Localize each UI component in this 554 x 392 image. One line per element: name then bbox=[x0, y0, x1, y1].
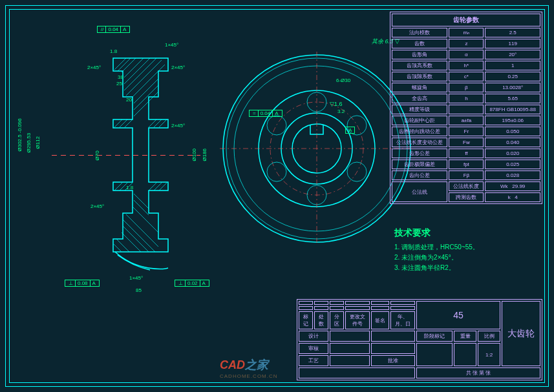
section-centerline-h bbox=[52, 155, 200, 156]
front-view bbox=[220, 52, 414, 245]
dim-k2: 1.8 bbox=[126, 185, 133, 191]
dim-d4: Ø70 bbox=[94, 150, 100, 160]
svg-line-29 bbox=[122, 232, 141, 252]
title-block: 45 大齿轮 标记处数分区 更改文件号签名年、月、日 设计 阶段标记重量比例 审… bbox=[297, 299, 542, 380]
svg-line-3 bbox=[124, 58, 144, 77]
dim-d3: Ø112 bbox=[35, 136, 41, 149]
gear-param-row: 螺旋角β13.0028° bbox=[392, 83, 540, 92]
gdt-parallel: //0.04A bbox=[97, 26, 130, 33]
svg-line-8 bbox=[134, 79, 158, 103]
svg-line-30 bbox=[116, 239, 129, 252]
gdt-perp2: ⊥0.02A bbox=[175, 280, 209, 287]
watermark: CAD之家 bbox=[220, 357, 268, 373]
gear-param-row: 公法线长度变动公差Fw0.040 bbox=[392, 138, 540, 147]
dim-d1: Ø302.5 -0.096 bbox=[17, 118, 23, 151]
gdt-sym: =0.04A bbox=[249, 110, 282, 117]
technical-requirements: 技术要求 1. 调制质处理，HRC50~55。 2. 未注倒角为2×45°。 3… bbox=[394, 226, 479, 274]
dim-c4: 1×45° bbox=[129, 275, 143, 281]
dim-k3: 3.2 bbox=[337, 108, 345, 114]
gear-param-row: 齿向公差Fβ0.028 bbox=[392, 170, 540, 180]
gear-param-row: 齿顶高系数h*1 bbox=[392, 61, 540, 70]
svg-point-41 bbox=[347, 162, 367, 181]
datum-a: A bbox=[345, 127, 355, 134]
svg-line-9 bbox=[134, 85, 158, 110]
dim-key: 25 bbox=[116, 81, 122, 87]
dim-c2: 2×45° bbox=[171, 65, 185, 70]
dim-w1: 85 bbox=[136, 287, 142, 293]
gear-param-row: 齿形角α20° bbox=[392, 50, 540, 59]
gear-param-row: 齿距极限偏差fpt0.025 bbox=[392, 160, 540, 169]
gear-param-row: 精度等级878FH GB10095-88 bbox=[392, 105, 540, 114]
svg-line-6 bbox=[126, 60, 162, 96]
dim-w2: 20 bbox=[126, 97, 132, 103]
dim-c1: 2×45° bbox=[87, 65, 101, 70]
dim-d5: Ø100 bbox=[191, 149, 197, 161]
dim-d6: Ø186 bbox=[202, 149, 208, 161]
svg-point-44 bbox=[267, 116, 286, 135]
svg-line-4 bbox=[124, 58, 150, 84]
svg-line-0 bbox=[114, 58, 126, 70]
dim-c5: 2×45° bbox=[171, 123, 185, 129]
gear-param-row: 齿形公差ff0.020 bbox=[392, 149, 540, 158]
svg-line-28 bbox=[123, 226, 149, 252]
gear-param-row: 法向模数mₙ2.5 bbox=[392, 28, 540, 37]
gear-param-row: 齿圈径向跳动公差Fr0.050 bbox=[392, 127, 540, 136]
gear-param-row: 齿顶隙系数c*0.25 bbox=[392, 72, 540, 81]
svg-point-43 bbox=[267, 162, 286, 181]
svg-line-31 bbox=[114, 244, 122, 252]
svg-line-23 bbox=[134, 194, 149, 209]
gear-parameters-table: 齿轮参数 法向模数mₙ2.5齿数z119齿形角α20°齿顶高系数h*1齿顶隙系数… bbox=[390, 12, 542, 204]
dim-c5b: 2×45° bbox=[91, 203, 104, 209]
dim-w3: 38 bbox=[118, 74, 123, 80]
watermark-url: CADHOME.COM.CN bbox=[220, 373, 278, 379]
svg-line-24 bbox=[134, 200, 149, 215]
dim-d2: Ø295.53 bbox=[26, 133, 32, 153]
dim-c3: 1×45° bbox=[165, 42, 178, 48]
svg-line-10 bbox=[134, 92, 158, 116]
gear-param-row: 齿数z119 bbox=[392, 39, 540, 48]
gear-param-row: 全齿高h5.65 bbox=[392, 94, 540, 103]
dim-bolt: 6-Ø30 bbox=[336, 77, 350, 83]
gear-param-row: 齿轮副中心距a±fa195±0.06 bbox=[392, 116, 540, 125]
gdt-perp1: ⊥0.08A bbox=[65, 280, 100, 287]
roughness-r1: ▽1.6 bbox=[330, 101, 343, 107]
svg-line-25 bbox=[133, 207, 158, 232]
svg-line-7 bbox=[133, 65, 165, 97]
dim-k1: 1.8 bbox=[110, 48, 117, 54]
